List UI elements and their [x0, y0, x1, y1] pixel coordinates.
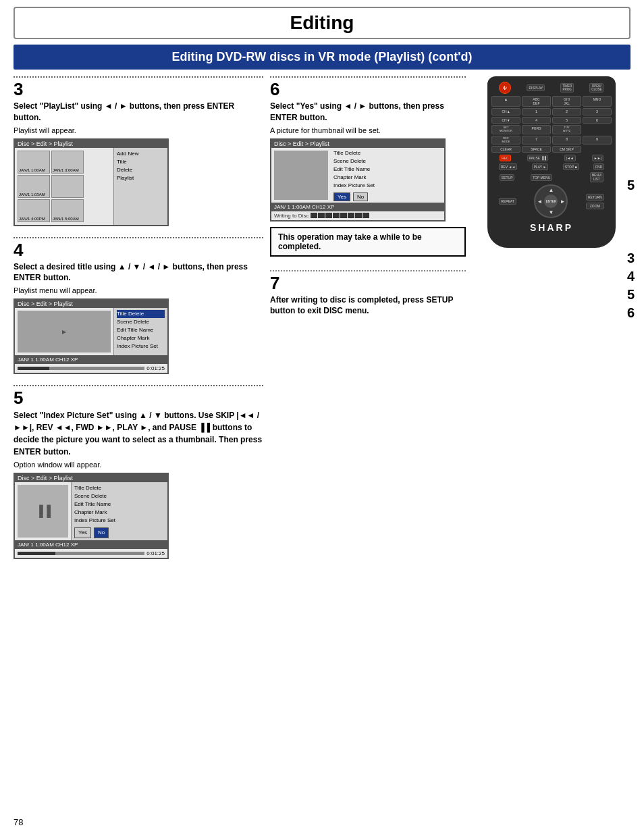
- power-button[interactable]: ⏻: [499, 82, 511, 94]
- btn-pgrs[interactable]: PGRS: [522, 125, 551, 134]
- step-5-yes-btn[interactable]: Yes: [74, 527, 91, 538]
- pause-button[interactable]: PAUSE ▐▐: [527, 155, 548, 161]
- step-labels-nav: 3 4 5 6: [627, 251, 635, 321]
- remote-step-label-3: 3: [627, 251, 635, 266]
- step-3-subtext: Playlist will appear.: [14, 126, 263, 134]
- menu-index-pic: Index Picture Set: [117, 342, 165, 350]
- btn-ch-dn[interactable]: CH▼: [491, 117, 520, 124]
- step-4-screen: Disc > Edit > Playlist ▶ Title Delete Sc…: [14, 298, 169, 374]
- menu-add-new: Add NewTitle: [117, 150, 165, 166]
- step-6-no-btn[interactable]: No: [353, 192, 368, 201]
- step-6-dialog-btns: Yes No: [333, 192, 441, 201]
- btn-2[interactable]: 2: [552, 108, 581, 115]
- skip-fwd-button[interactable]: ►►|: [592, 155, 603, 161]
- btn-space[interactable]: SPACE: [522, 146, 551, 153]
- step-3-menu: Add NewTitle DeletePlaylist: [113, 148, 167, 225]
- step-6-dots: [270, 76, 466, 78]
- prog-block-1: [311, 213, 317, 218]
- step-4-subtext: Playlist menu will appear.: [14, 286, 263, 294]
- step-5-screen-title: Disc > Edit > Playlist: [15, 474, 167, 482]
- content-area: 3 Select "PlayList" using ◄ / ► buttons,…: [14, 76, 630, 570]
- step-5-no-btn[interactable]: No: [94, 527, 109, 538]
- nav-circle[interactable]: ▲ ▼ ◄ ► ENTER: [534, 184, 568, 218]
- step-4-number: 4: [14, 241, 263, 259]
- power-icon: ⏻: [503, 86, 507, 90]
- rev-button[interactable]: REV ◄◄: [499, 163, 518, 170]
- prog-block-3: [325, 213, 332, 218]
- step-7-number: 7: [270, 274, 466, 292]
- btn-3[interactable]: 3: [583, 108, 612, 115]
- return-button[interactable]: RETURN: [586, 194, 604, 201]
- repeat-button[interactable]: REPEAT: [499, 198, 516, 205]
- btn-clear[interactable]: CLEAR: [491, 146, 520, 153]
- step-3-screen-title: Disc > Edit > Playlist: [15, 140, 167, 148]
- stop-button[interactable]: STOP ■: [563, 163, 579, 170]
- enter-button[interactable]: ENTER: [544, 194, 558, 208]
- notice-text: This operation may take a while to be co…: [278, 232, 422, 251]
- top-menu-button[interactable]: TOP MENU: [531, 174, 552, 181]
- open-close-button[interactable]: OPEN/CLOSE: [589, 83, 603, 93]
- s6-scene-delete: Scene Delete: [333, 157, 441, 165]
- prog-block-4: [333, 213, 340, 218]
- step-6-yes-btn[interactable]: Yes: [333, 192, 350, 201]
- btn-7[interactable]: 7: [522, 136, 551, 145]
- prog-block-8: [363, 213, 369, 218]
- step-5-screen-body: ▐▐ Title Delete Scene Delete Edit Title …: [15, 482, 167, 540]
- section-header: Editing DVD-RW discs in VR mode (Playlis…: [14, 45, 630, 70]
- menu-chapter-mark: Chapter Mark: [117, 334, 165, 342]
- fnd-button[interactable]: FND: [593, 163, 604, 170]
- display-button[interactable]: DISPLAY: [527, 84, 545, 91]
- rec-button[interactable]: REC: [500, 155, 511, 161]
- step-5-number: 5: [14, 389, 263, 407]
- s5-menu-scene-delete: Scene Delete: [74, 492, 165, 500]
- step-6-heading: Select "Yes" using ◄ / ► buttons, then p…: [270, 101, 466, 124]
- remote-step-label-5b: 5: [627, 287, 635, 303]
- btn-ch-up[interactable]: CH▲: [491, 108, 520, 115]
- step-7-dots: [270, 270, 466, 271]
- menu-list-button[interactable]: MENU/LIST: [590, 172, 604, 182]
- play-button[interactable]: PLAY ►: [532, 163, 549, 170]
- btn-cm-skip[interactable]: CM SKIP: [552, 146, 581, 153]
- btn-rec-mode[interactable]: RECMODE: [491, 136, 520, 145]
- timer-prog-button[interactable]: TIMERPROG: [560, 83, 574, 93]
- menu-delete: DeletePlaylist: [117, 166, 165, 182]
- skip-back-button[interactable]: |◄◄: [564, 155, 576, 161]
- btn-4[interactable]: 4: [522, 117, 551, 124]
- s6-title-delete: Title Delete: [333, 149, 441, 157]
- step-3-number: 3: [14, 80, 263, 98]
- setup-button[interactable]: SETUP: [500, 174, 515, 181]
- step-3-screen: Disc > Edit > Playlist JAN/1 1:00AM JAN/…: [14, 138, 169, 226]
- thumb-5: JAN/1 4:00PM: [18, 199, 50, 222]
- progress-blocks: [311, 213, 369, 218]
- remote-rec-row: REC PAUSE ▐▐ |◄◄ ►►|: [491, 155, 612, 161]
- zoom-button[interactable]: ZOOM: [586, 203, 604, 209]
- step-5-footer: JAN/ 1 1:00AM CH12 XP: [15, 540, 167, 549]
- btn-tuv[interactable]: TUVWXYZ: [552, 125, 581, 134]
- step-5-footer-text: JAN/ 1 1:00AM CH12 XP: [18, 542, 78, 548]
- step-5-menu: Title Delete Scene Delete Edit Title Nam…: [71, 482, 167, 540]
- btn-1[interactable]: 1: [522, 108, 551, 115]
- step-6-screen-body: Title Delete Scene Delete Edit Title Nam…: [271, 148, 444, 203]
- btn-up-arrow[interactable]: ▲: [491, 96, 520, 107]
- btn-ghi-jkl[interactable]: GHIJKL: [552, 96, 581, 107]
- pause-symbol: ▐▐: [35, 505, 51, 517]
- step-5-dialog-btns: Yes No: [74, 527, 165, 538]
- step-5-progress: 0:01:25: [15, 549, 167, 558]
- btn-mno[interactable]: MNO: [583, 96, 612, 107]
- remote-menu-row: SETUP TOP MENU MENU/LIST: [491, 172, 612, 182]
- page-title-box: Editing: [14, 7, 630, 39]
- prog-block-6: [348, 213, 354, 218]
- btn-9[interactable]: 9: [583, 136, 612, 145]
- step-5-bar: [18, 552, 144, 555]
- step-5-heading: Select "Index Picture Set" using ▲ / ▼ b…: [14, 409, 263, 458]
- btn-set-mon[interactable]: SETMONITOR: [491, 125, 520, 134]
- step-6-writing-progress: Writing to Disc: [271, 211, 444, 220]
- step-6-subtext: A picture for thumbnail will be set.: [270, 126, 466, 134]
- btn-6[interactable]: 6: [583, 117, 612, 124]
- nav-right-icon: ►: [560, 199, 565, 205]
- btn-5[interactable]: 5: [552, 117, 581, 124]
- btn-abc-def[interactable]: ABCDEF: [522, 96, 551, 107]
- btn-8[interactable]: 8: [552, 136, 581, 145]
- remote-play-row: REV ◄◄ PLAY ► STOP ■ FND: [491, 163, 612, 170]
- enter-label: ENTER: [546, 200, 556, 203]
